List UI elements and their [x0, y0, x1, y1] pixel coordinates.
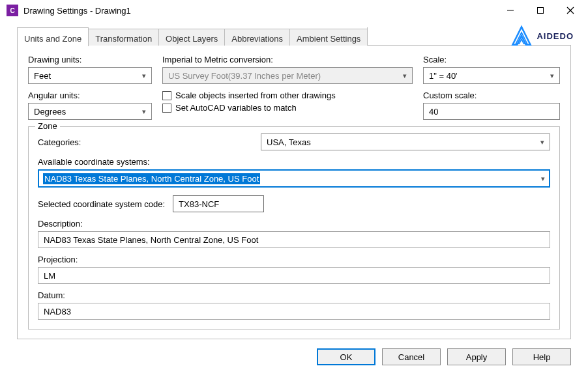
- app-icon: C: [7, 5, 18, 16]
- scale-objects-checkbox[interactable]: Scale objects inserted from other drawin…: [162, 91, 413, 100]
- checkbox-icon: [162, 91, 171, 100]
- chevron-down-icon: ▾: [403, 72, 407, 80]
- projection-field: LM: [38, 267, 550, 284]
- tab-abbreviations[interactable]: Abbreviations: [224, 29, 290, 46]
- maximize-button[interactable]: [525, 0, 555, 21]
- tab-object-layers[interactable]: Object Layers: [158, 29, 225, 46]
- tab-panel: Drawing units: Feet ▾ Imperial to Metric…: [17, 46, 571, 339]
- svg-rect-1: [538, 8, 544, 14]
- zone-fieldset: Zone Categories: USA, Texas ▾ Available …: [28, 126, 560, 330]
- chevron-down-icon: ▾: [540, 138, 544, 147]
- set-autocad-label: Set AutoCAD variables to match: [175, 103, 297, 113]
- categories-value: USA, Texas: [267, 137, 311, 147]
- angular-units-value: Degrees: [34, 107, 66, 117]
- tab-units-zone[interactable]: Units and Zone: [17, 27, 89, 46]
- brand-logo-icon: [510, 25, 533, 47]
- scale-select[interactable]: 1" = 40' ▾: [423, 67, 560, 84]
- angular-units-label: Angular units:: [28, 91, 152, 100]
- categories-select[interactable]: USA, Texas ▾: [261, 133, 550, 150]
- help-button[interactable]: Help: [512, 348, 571, 365]
- selected-code-input[interactable]: TX83-NCF: [173, 195, 264, 212]
- conversion-value: US Survey Foot(39.37 Inches per Meter): [168, 71, 321, 81]
- minimize-icon: [507, 7, 514, 14]
- description-label: Description:: [38, 219, 550, 229]
- apply-button[interactable]: Apply: [447, 348, 506, 365]
- maximize-icon: [537, 7, 544, 14]
- scale-label: Scale:: [423, 55, 560, 64]
- close-icon: [566, 7, 574, 14]
- brand-text: AIDEDO: [537, 31, 574, 41]
- projection-label: Projection:: [38, 255, 550, 264]
- button-bar: OK Cancel Apply Help: [0, 339, 588, 374]
- available-systems-select[interactable]: NAD83 Texas State Planes, North Central …: [38, 169, 550, 188]
- scale-objects-label: Scale objects inserted from other drawin…: [175, 91, 336, 100]
- custom-scale-input[interactable]: 40: [423, 103, 560, 120]
- available-systems-value: NAD83 Texas State Planes, North Central …: [43, 173, 260, 184]
- titlebar: C Drawing Settings - Drawing1: [0, 0, 588, 21]
- angular-units-select[interactable]: Degrees ▾: [28, 103, 152, 120]
- chevron-down-icon: ▾: [550, 72, 554, 80]
- tab-bar: Units and Zone Transformation Object Lay…: [17, 27, 571, 46]
- description-field: NAD83 Texas State Planes, North Central …: [38, 231, 550, 248]
- selected-code-value: TX83-NCF: [179, 199, 219, 209]
- tab-transformation[interactable]: Transformation: [88, 29, 159, 46]
- available-systems-label: Available coordinate systems:: [38, 157, 550, 167]
- custom-scale-value: 40: [429, 107, 438, 117]
- categories-label: Categories:: [38, 137, 253, 147]
- close-button[interactable]: [555, 0, 585, 21]
- set-autocad-checkbox[interactable]: Set AutoCAD variables to match: [162, 103, 413, 113]
- datum-field: NAD83: [38, 303, 550, 320]
- checkbox-icon: [162, 104, 171, 113]
- drawing-units-value: Feet: [34, 71, 51, 81]
- chevron-down-icon: ▾: [541, 175, 545, 183]
- datum-label: Datum:: [38, 290, 550, 300]
- cancel-button[interactable]: Cancel: [382, 348, 441, 365]
- chevron-down-icon: ▾: [142, 107, 146, 116]
- drawing-units-label: Drawing units:: [28, 55, 152, 64]
- chevron-down-icon: ▾: [142, 72, 146, 80]
- conversion-label: Imperial to Metric conversion:: [162, 55, 413, 64]
- selected-code-label: Selected coordinate system code:: [38, 199, 165, 209]
- tab-ambient-settings[interactable]: Ambient Settings: [289, 29, 368, 46]
- conversion-select: US Survey Foot(39.37 Inches per Meter) ▾: [162, 67, 413, 84]
- window-title: Drawing Settings - Drawing1: [23, 6, 495, 16]
- ok-button[interactable]: OK: [317, 348, 375, 365]
- dialog-window: C Drawing Settings - Drawing1 AIDEDO Uni…: [0, 0, 588, 379]
- scale-value: 1" = 40': [429, 71, 458, 81]
- drawing-units-select[interactable]: Feet ▾: [28, 67, 152, 84]
- watermark-brand: AIDEDO: [510, 25, 574, 47]
- minimize-button[interactable]: [495, 0, 525, 21]
- zone-legend: Zone: [35, 121, 60, 131]
- custom-scale-label: Custom scale:: [423, 91, 560, 100]
